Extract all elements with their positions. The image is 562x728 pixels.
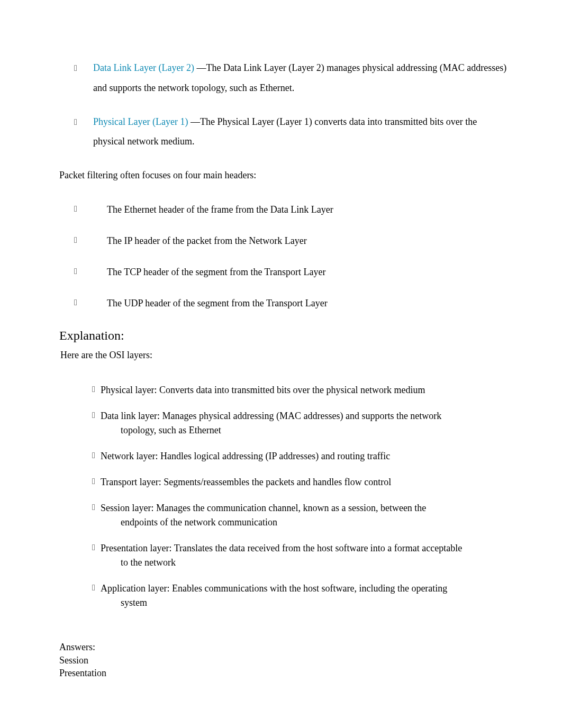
osi-layers-list:  Physical layer: Converts data into tra… (92, 383, 509, 610)
osi-layer-desc-cont: to the network (101, 556, 509, 570)
layer-name-repeat: Data Link Layer (Layer 2) (223, 62, 324, 73)
explanation-heading: Explanation: (59, 327, 509, 345)
osi-layer-desc: Converts data into transmitted bits over… (159, 385, 425, 395)
layer-name-repeat: Physical Layer (Layer 1) (217, 116, 312, 127)
bullet-icon:  (74, 265, 77, 278)
list-item:  Presentation layer: Translates the dat… (92, 541, 509, 570)
bullet-icon:  (92, 541, 95, 554)
filter-header-text: The TCP header of the segment from the T… (107, 267, 325, 277)
list-item:  Network layer: Handles logical address… (92, 449, 509, 463)
bullet-icon:  (74, 233, 77, 247)
list-item:  Session layer: Manages the communicati… (92, 501, 509, 530)
osi-layer-desc: Handles logical addressing (IP addresses… (160, 451, 390, 461)
top-bullet-list:  Data Link Layer (Layer 2) —The Data Li… (59, 58, 509, 152)
osi-layer-name: Application layer: (101, 583, 169, 594)
list-item:  Physical layer: Converts data into tra… (92, 383, 509, 397)
bullet-icon:  (74, 296, 77, 310)
list-item:  Data link layer: Manages physical addr… (92, 409, 509, 438)
osi-layer-desc-cont: system (101, 596, 509, 610)
bullet-icon:  (92, 409, 95, 422)
layer-link[interactable]: Data Link Layer (Layer 2) (93, 62, 194, 73)
answer-item: Session (59, 654, 509, 667)
osi-intro-text: Here are the OSI layers: (60, 349, 509, 362)
osi-layer-name: Data link layer: (101, 411, 160, 421)
list-item:  The Ethernet header of the frame from … (59, 202, 509, 217)
osi-layer-name: Session layer: (101, 503, 154, 513)
bullet-icon:  (74, 113, 77, 131)
osi-layer-name: Presentation layer: (101, 543, 171, 553)
filter-intro-text: Packet filtering often focuses on four m… (59, 169, 509, 182)
list-item:  The UDP header of the segment from the… (59, 296, 509, 311)
filter-header-text: The IP header of the packet from the Net… (107, 235, 307, 246)
answer-item: Presentation (59, 667, 509, 679)
filter-headers-list:  The Ethernet header of the frame from … (59, 202, 509, 311)
osi-layer-desc: Manages the communication channel, known… (156, 503, 426, 513)
list-item:  Transport layer: Segments/reassembles … (92, 475, 509, 489)
text-dash: —The (188, 116, 217, 127)
document-page:  Data Link Layer (Layer 2) —The Data Li… (0, 0, 562, 711)
list-item:  The IP header of the packet from the N… (59, 233, 509, 249)
bullet-icon:  (74, 59, 77, 77)
bullet-icon:  (92, 475, 95, 488)
bullet-icon:  (92, 449, 95, 462)
osi-layer-name: Physical layer: (101, 385, 157, 395)
osi-layer-name: Transport layer: (101, 477, 161, 487)
text-dash: —The (194, 62, 223, 73)
filter-header-text: The UDP header of the segment from the T… (107, 298, 328, 308)
list-item:  The TCP header of the segment from the… (59, 265, 509, 280)
list-item:  Data Link Layer (Layer 2) —The Data Li… (59, 58, 509, 98)
osi-layer-desc-cont: endpoints of the network communication (101, 515, 509, 530)
osi-layer-name: Network layer: (101, 451, 158, 461)
osi-layer-desc: Translates the data received from the ho… (174, 543, 463, 553)
answers-label: Answers: (59, 641, 509, 653)
filter-header-text: The Ethernet header of the frame from th… (107, 204, 333, 215)
osi-layer-desc: Segments/reassembles the packets and han… (164, 477, 391, 487)
osi-layer-desc: Manages physical addressing (MAC address… (162, 411, 441, 421)
answers-block: Answers: Session Presentation (59, 641, 509, 679)
bullet-icon:  (92, 581, 95, 594)
osi-layer-desc: Enables communications with the host sof… (172, 583, 447, 594)
bullet-icon:  (92, 501, 95, 514)
osi-layer-desc-cont: topology, such as Ethernet (101, 423, 509, 438)
list-item:  Application layer: Enables communicati… (92, 581, 509, 610)
bullet-icon:  (74, 202, 77, 216)
layer-link[interactable]: Physical Layer (Layer 1) (93, 116, 188, 127)
list-item:  Physical Layer (Layer 1) —The Physical… (59, 112, 509, 152)
bullet-icon:  (92, 383, 95, 396)
